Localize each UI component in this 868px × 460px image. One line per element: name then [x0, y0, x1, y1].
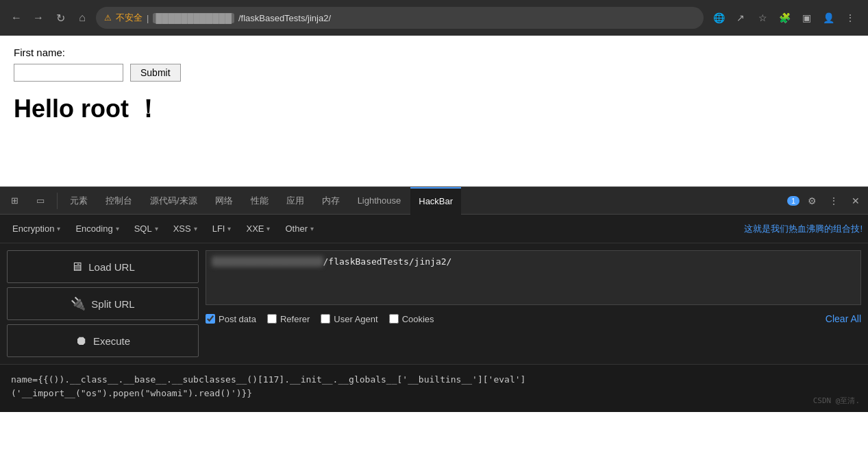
post-data-checkbox[interactable]	[206, 314, 215, 324]
chrome-actions: 🌐 ↗ ☆ 🧩 ▣ 👤 ⋮	[709, 8, 860, 27]
menu-encryption[interactable]: Encryption ▾	[5, 221, 67, 237]
menu-xss[interactable]: XSS ▾	[166, 221, 204, 237]
hackbar-body: 🖥 Load URL 🔌 Split URL ⏺ Execute ███████…	[0, 243, 868, 364]
page-content: First name: Submit Hello root ！	[0, 36, 868, 186]
watermark: CSDN @至清.	[813, 396, 860, 407]
xxe-chevron: ▾	[266, 225, 270, 232]
encoding-label: Encoding	[75, 223, 112, 234]
clear-all-button[interactable]: Clear All	[826, 313, 861, 324]
layout-button[interactable]: ▣	[797, 8, 816, 27]
post-data-checkbox-label[interactable]: Post data	[206, 314, 256, 324]
user-agent-checkbox[interactable]	[321, 314, 330, 324]
share-button[interactable]: ↗	[731, 8, 750, 27]
hackbar-url-area: ████████████████████/flaskBasedTests/jin…	[206, 250, 861, 357]
devtools-more-button[interactable]: ⋮	[824, 191, 843, 210]
other-chevron: ▾	[310, 225, 314, 232]
devtools-close-button[interactable]: ✕	[846, 191, 865, 210]
devtools-icon-inspect[interactable]: ⊞	[3, 187, 27, 215]
tab-sources[interactable]: 源代码/来源	[142, 187, 206, 215]
tab-hackbar[interactable]: HackBar	[410, 187, 461, 215]
url-suffix: /flaskBasedTests/jinja2/	[238, 13, 331, 23]
browser-chrome: ← → ↻ ⌂ ⚠ 不安全 | ████████████ /flaskBased…	[0, 0, 868, 36]
devtools-tab-actions: 1 ⚙ ⋮ ✕	[787, 191, 865, 210]
load-url-icon: 🖥	[71, 260, 83, 274]
url-separator: |	[147, 13, 149, 23]
referer-label: Referer	[280, 314, 310, 324]
execute-button[interactable]: ⏺ Execute	[7, 324, 199, 357]
menu-sql[interactable]: SQL ▾	[127, 221, 165, 237]
tab-lighthouse[interactable]: Lighthouse	[349, 187, 410, 215]
split-url-label: Split URL	[91, 298, 134, 310]
load-url-button[interactable]: 🖥 Load URL	[7, 250, 199, 283]
refresh-button[interactable]: ↻	[52, 10, 69, 26]
lfi-chevron: ▾	[227, 225, 231, 232]
execute-icon: ⏺	[75, 334, 88, 348]
sql-label: SQL	[134, 223, 152, 234]
menu-button[interactable]: ⋮	[841, 8, 860, 27]
menu-encoding[interactable]: Encoding ▾	[69, 221, 125, 237]
post-data-label: Post data	[219, 314, 256, 324]
extension-button[interactable]: 🧩	[775, 8, 794, 27]
code-line-2: ('__import__("os").popen("whoami").read(…	[11, 387, 857, 400]
device-icon: ▭	[36, 195, 45, 206]
hackbar-action-buttons: 🖥 Load URL 🔌 Split URL ⏺ Execute	[7, 250, 199, 357]
url-blurred-part: ████████████	[153, 13, 234, 23]
code-line-1: name={{()).__class__.__base__.__subclass…	[11, 373, 857, 387]
referer-checkbox-label[interactable]: Referer	[267, 314, 310, 324]
forward-button[interactable]: →	[30, 10, 47, 26]
split-url-icon: 🔌	[71, 296, 86, 311]
security-label: 不安全	[116, 12, 142, 24]
referer-checkbox[interactable]	[267, 314, 277, 324]
menu-lfi[interactable]: LFI ▾	[206, 221, 238, 237]
other-label: Other	[285, 223, 308, 234]
url-display-suffix: /flaskBasedTests/jinja2/	[323, 256, 452, 267]
user-agent-label: User Agent	[334, 314, 377, 324]
url-blurred-display: ████████████████████	[212, 256, 323, 267]
address-bar[interactable]: ⚠ 不安全 | ████████████ /flaskBasedTests/ji…	[96, 7, 704, 29]
user-agent-checkbox-label[interactable]: User Agent	[321, 314, 377, 324]
hackbar-code-area: name={{()).__class__.__base__.__subclass…	[0, 364, 868, 412]
notification-badge: 1	[787, 196, 799, 206]
cookies-checkbox[interactable]	[389, 314, 399, 324]
xxe-label: XXE	[246, 223, 264, 234]
lfi-label: LFI	[212, 223, 225, 234]
hackbar-toolbar: Encryption ▾ Encoding ▾ SQL ▾ XSS ▾ LFI …	[0, 215, 868, 243]
tab-console[interactable]: 控制台	[97, 187, 140, 215]
execute-label: Execute	[93, 335, 130, 347]
encryption-chevron: ▾	[57, 225, 60, 232]
url-display: ████████████████████/flaskBasedTests/jin…	[206, 250, 861, 305]
back-button[interactable]: ←	[8, 10, 25, 26]
tab-elements[interactable]: 元素	[62, 187, 96, 215]
load-url-label: Load URL	[88, 261, 135, 273]
promo-link[interactable]: 这就是我们热血沸腾的组合技!	[744, 223, 863, 235]
hello-text: Hello root ！	[14, 93, 854, 126]
encryption-label: Encryption	[12, 223, 54, 234]
tab-divider	[57, 193, 58, 209]
translate-button[interactable]: 🌐	[709, 8, 728, 27]
tab-network[interactable]: 网络	[207, 187, 241, 215]
warning-icon: ⚠	[104, 13, 112, 23]
home-button[interactable]: ⌂	[74, 10, 90, 26]
tab-performance[interactable]: 性能	[243, 187, 277, 215]
devtools-settings-button[interactable]: ⚙	[802, 191, 821, 210]
name-input[interactable]	[14, 64, 123, 82]
xss-label: XSS	[173, 223, 191, 234]
tab-memory[interactable]: 内存	[314, 187, 348, 215]
sql-chevron: ▾	[155, 225, 158, 232]
devtools-icon-device[interactable]: ▭	[28, 187, 53, 215]
tab-application[interactable]: 应用	[278, 187, 312, 215]
bookmark-button[interactable]: ☆	[753, 8, 772, 27]
menu-xxe[interactable]: XXE ▾	[239, 221, 277, 237]
cookies-label: Cookies	[402, 314, 434, 324]
profile-button[interactable]: 👤	[819, 8, 838, 27]
form-label: First name:	[14, 47, 854, 58]
devtools-panel: ⊞ ▭ 元素 控制台 源代码/来源 网络 性能 应用 内存 Lighthouse…	[0, 186, 868, 412]
cookies-checkbox-label[interactable]: Cookies	[389, 314, 434, 324]
hackbar-checkboxes: Post data Referer User Agent Cookies Cle…	[206, 311, 861, 327]
encoding-chevron: ▾	[116, 225, 119, 232]
xss-chevron: ▾	[194, 225, 197, 232]
devtools-tab-bar: ⊞ ▭ 元素 控制台 源代码/来源 网络 性能 应用 内存 Lighthouse…	[0, 187, 868, 215]
split-url-button[interactable]: 🔌 Split URL	[7, 287, 199, 320]
menu-other[interactable]: Other ▾	[278, 221, 321, 237]
submit-button[interactable]: Submit	[130, 64, 181, 82]
